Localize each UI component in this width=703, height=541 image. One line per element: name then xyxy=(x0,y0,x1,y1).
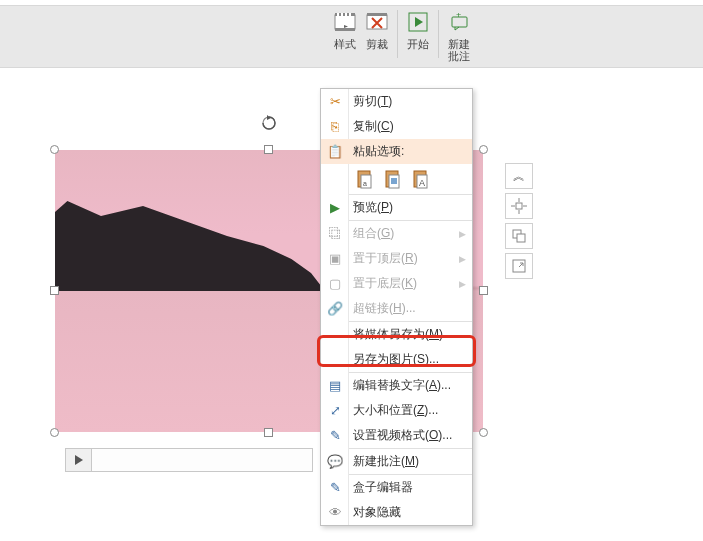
style-button[interactable]: 样式 xyxy=(330,8,360,64)
menu-size-position[interactable]: ⤢ 大小和位置(Z)... xyxy=(321,398,472,423)
thumbnail-content xyxy=(55,191,325,291)
submenu-arrow-icon: ▶ xyxy=(459,254,466,264)
format-icon: ✎ xyxy=(325,428,345,443)
cut-icon: ✂ xyxy=(325,94,345,109)
paste-option-2[interactable] xyxy=(381,167,405,191)
menu-alt-text-label: 编辑替换文字(A)... xyxy=(353,377,451,394)
copy-icon: ⎘ xyxy=(325,119,345,134)
ribbon-separator xyxy=(397,10,398,58)
svg-rect-5 xyxy=(349,13,351,16)
rotate-handle[interactable] xyxy=(261,115,277,131)
comment-icon: + xyxy=(447,10,471,34)
resize-handle-ml[interactable] xyxy=(50,286,59,295)
menu-save-media-label: 将媒体另存为(M)... xyxy=(353,326,453,343)
menu-copy[interactable]: ⎘ 复制(C) xyxy=(321,114,472,139)
arrange-button[interactable] xyxy=(505,223,533,249)
menu-preview[interactable]: ▶ 预览(P) xyxy=(321,195,472,220)
ribbon-group: 样式 剪裁 开始 + 新建 批注 xyxy=(330,8,474,64)
resize-handle-tr[interactable] xyxy=(479,145,488,154)
menu-paste-label: 粘贴选项: xyxy=(353,143,404,160)
svg-text:a: a xyxy=(363,180,367,187)
resize-handle-br[interactable] xyxy=(479,428,488,437)
send-back-icon: ▢ xyxy=(325,276,345,291)
new-comment-label: 新建 批注 xyxy=(448,38,470,62)
submenu-arrow-icon: ▶ xyxy=(459,229,466,239)
resize-handle-mr[interactable] xyxy=(479,286,488,295)
menu-cut-label: 剪切(T) xyxy=(353,93,392,110)
svg-rect-4 xyxy=(345,13,347,16)
group-icon: ⿻ xyxy=(325,226,345,241)
menu-save-image-label: 另存为图片(S)... xyxy=(353,351,439,368)
crop-label: 剪裁 xyxy=(366,38,388,50)
play-label: 开始 xyxy=(407,38,429,50)
svg-rect-23 xyxy=(517,234,525,242)
menu-hide-label: 对象隐藏 xyxy=(353,504,401,521)
size-icon: ⤢ xyxy=(325,403,345,418)
side-toolbar: ︽ xyxy=(505,163,533,279)
menu-group-label: 组合(G) xyxy=(353,225,394,242)
paste-option-3[interactable]: A xyxy=(409,167,433,191)
menu-new-comment-label: 新建批注(M) xyxy=(353,453,419,470)
menu-group: ⿻ 组合(G) ▶ xyxy=(321,221,472,246)
menu-object-hide[interactable]: 👁 对象隐藏 xyxy=(321,500,472,525)
menu-preview-label: 预览(P) xyxy=(353,199,393,216)
preview-icon: ▶ xyxy=(325,200,345,215)
box-editor-icon: ✎ xyxy=(325,480,345,495)
svg-marker-16 xyxy=(75,455,83,465)
play-button[interactable]: 开始 xyxy=(403,8,433,64)
player-track[interactable] xyxy=(92,449,312,471)
menu-cut[interactable]: ✂ 剪切(T) xyxy=(321,89,472,114)
align-button[interactable] xyxy=(505,193,533,219)
hyperlink-icon: 🔗 xyxy=(325,301,345,316)
menu-paste-options: 📋 粘贴选项: xyxy=(321,139,472,164)
crop-icon xyxy=(365,10,389,34)
submenu-arrow-icon: ▶ xyxy=(459,279,466,289)
bring-front-icon: ▣ xyxy=(325,251,345,266)
resize-handle-tc[interactable] xyxy=(264,145,273,154)
menu-copy-label: 复制(C) xyxy=(353,118,394,135)
menu-save-as-image[interactable]: 另存为图片(S)... xyxy=(321,347,472,372)
resize-handle-bc[interactable] xyxy=(264,428,273,437)
comment-menu-icon: 💬 xyxy=(325,454,345,469)
menu-bring-front-label: 置于顶层(R) xyxy=(353,250,418,267)
menu-edit-alt-text[interactable]: ▤ 编辑替换文字(A)... xyxy=(321,373,472,398)
svg-rect-6 xyxy=(335,28,355,31)
collapse-button[interactable]: ︽ xyxy=(505,163,533,189)
menu-send-back-label: 置于底层(K) xyxy=(353,275,417,292)
menu-size-label: 大小和位置(Z)... xyxy=(353,402,438,419)
play-icon xyxy=(406,10,430,34)
menu-new-comment[interactable]: 💬 新建批注(M) xyxy=(321,449,472,474)
alt-text-icon: ▤ xyxy=(325,378,345,393)
menu-bring-front: ▣ 置于顶层(R) ▶ xyxy=(321,246,472,271)
paste-option-1[interactable]: a xyxy=(353,167,377,191)
menu-video-format[interactable]: ✎ 设置视频格式(O)... xyxy=(321,423,472,448)
svg-rect-30 xyxy=(391,178,397,184)
menu-box-editor[interactable]: ✎ 盒子编辑器 xyxy=(321,475,472,500)
resize-handle-bl[interactable] xyxy=(50,428,59,437)
menu-format-label: 设置视频格式(O)... xyxy=(353,427,452,444)
player-play-button[interactable] xyxy=(66,449,92,471)
style-label: 样式 xyxy=(334,38,356,50)
svg-rect-2 xyxy=(337,13,339,16)
style-icon xyxy=(333,10,357,34)
crop-button[interactable]: 剪裁 xyxy=(362,8,392,64)
menu-hyperlink: 🔗 超链接(H)... xyxy=(321,296,472,321)
menu-box-editor-label: 盒子编辑器 xyxy=(353,479,413,496)
menu-hyperlink-label: 超链接(H)... xyxy=(353,300,416,317)
hide-icon: 👁 xyxy=(325,505,345,520)
resize-handle-tl[interactable] xyxy=(50,145,59,154)
paste-icon: 📋 xyxy=(325,144,345,159)
play-triangle-icon xyxy=(74,455,84,465)
context-menu: ✂ 剪切(T) ⎘ 复制(C) 📋 粘贴选项: a A ▶ 预览(P) ⿻ 组合… xyxy=(320,88,473,526)
svg-text:A: A xyxy=(419,178,425,188)
svg-rect-17 xyxy=(516,203,522,209)
svg-rect-9 xyxy=(367,13,387,16)
menu-send-back: ▢ 置于底层(K) ▶ xyxy=(321,271,472,296)
menu-save-media-as[interactable]: 将媒体另存为(M)... xyxy=(321,322,472,347)
ribbon-top-strip xyxy=(0,0,703,6)
svg-text:+: + xyxy=(456,13,461,20)
media-player-bar xyxy=(65,448,313,472)
new-comment-button[interactable]: + 新建 批注 xyxy=(444,8,474,64)
ribbon-separator xyxy=(438,10,439,58)
expand-button[interactable] xyxy=(505,253,533,279)
